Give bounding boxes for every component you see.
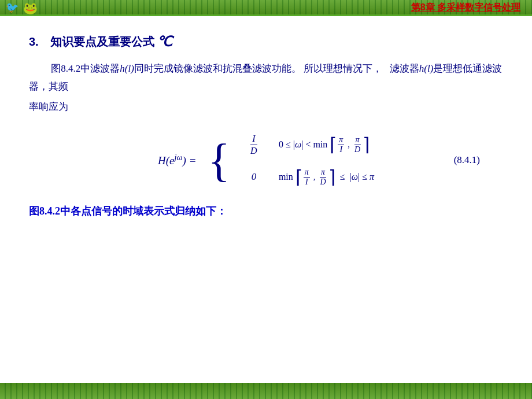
- bf1-den: I: [338, 145, 343, 154]
- chapter-title: 第8章 多采样数字信号处理: [411, 1, 520, 13]
- zero-value: 0: [252, 171, 257, 182]
- top-bar: 🐦 🐸 第8章 多采样数字信号处理: [0, 0, 532, 16]
- cond2-fracs: π I , π D: [304, 168, 327, 187]
- comma1: ,: [348, 140, 350, 150]
- h-symbol: H(ejω) =: [158, 154, 196, 167]
- bottom-bar: [0, 383, 532, 399]
- slide-container: 🐦 🐸 第8章 多采样数字信号处理 3. 知识要点及重要公式 ℃ 图8.4.2中…: [0, 0, 532, 399]
- formula-container: H(ejω) = { I D: [29, 134, 503, 187]
- cond2-min: min: [279, 172, 293, 182]
- paragraph1-text: 图8.4.2中滤波器h(l)同时完成镜像滤波和抗混叠滤波功能。 所以理想情况下，…: [29, 63, 502, 92]
- fraction-id: I D: [249, 134, 259, 156]
- bf1: π I: [338, 135, 344, 154]
- bottom-grass-texture: [0, 383, 532, 399]
- bf4-den: D: [319, 178, 327, 187]
- bf4: π D: [319, 168, 327, 187]
- top-icons: 🐦 🐸: [6, 1, 38, 15]
- cond2-ineq-right: ≤ |ω| ≤ π: [338, 172, 374, 182]
- bf4-num: π: [320, 168, 326, 178]
- big-left-brace: {: [208, 134, 230, 187]
- bf3-num: π: [304, 168, 310, 178]
- comma2: ,: [313, 172, 316, 182]
- condition-row-1: I D 0 ≤ |ω| < min ⌈ π: [239, 134, 374, 156]
- bird-icon: 🐦: [6, 1, 19, 15]
- cond1-expr: 0 ≤ |ω| < min ⌈ π I ,: [279, 135, 370, 154]
- bracket-right-1: ⌉: [363, 135, 370, 154]
- equation-label: (8.4.1): [454, 154, 480, 166]
- bracket-left-1: ⌈: [330, 135, 337, 154]
- section-heading: 3. 知识要点及重要公式 ℃: [29, 34, 503, 50]
- bottom-paragraph: 图8.4.2中各点信号的时域表示式归纳如下：: [29, 204, 503, 218]
- bf1-num: π: [338, 135, 344, 145]
- cond1-value: I D: [239, 134, 268, 156]
- bf2-den: D: [353, 145, 361, 154]
- paragraph1-text2: 率响应为: [29, 101, 68, 112]
- bf2: π D: [353, 135, 361, 154]
- cond2-expr: min ⌈ π I , π: [279, 168, 374, 187]
- frac-den-D: D: [249, 145, 259, 156]
- cond1-fracs: π I , π D: [338, 135, 361, 154]
- section-title: 知识要点及重要公式: [50, 34, 154, 50]
- condition-row-2: 0 min ⌈ π I ,: [239, 168, 374, 187]
- conditions: I D 0 ≤ |ω| < min ⌈ π: [239, 134, 374, 187]
- frac-num-I: I: [250, 134, 257, 145]
- main-content: 3. 知识要点及重要公式 ℃ 图8.4.2中滤波器h(l)同时完成镜像滤波和抗混…: [0, 16, 532, 383]
- bracket-left-2: ⌈: [295, 168, 302, 186]
- bracket-right-2: ⌉: [328, 168, 335, 186]
- cond1-bracket-expr: ⌈ π I , π D: [330, 135, 370, 154]
- frog-icon: 🐸: [23, 1, 38, 15]
- cond2-value: 0: [239, 171, 268, 183]
- bottom-text-content: 图8.4.2中各点信号的时域表示式归纳如下：: [29, 205, 227, 217]
- cond1-ineq-left: 0 ≤ |ω| < min: [279, 139, 327, 150]
- cond2-bracket-expr: ⌈ π I , π D: [295, 168, 335, 187]
- bf3-den: I: [304, 178, 309, 187]
- bf2-num: π: [354, 135, 361, 145]
- cursive-symbol: ℃: [157, 34, 172, 50]
- bf3: π I: [304, 168, 310, 187]
- brace-rhs: { I D 0 ≤ |ω| < min: [208, 134, 374, 187]
- formula-lhs: H(ejω) =: [158, 153, 196, 167]
- section-number: 3.: [29, 35, 39, 49]
